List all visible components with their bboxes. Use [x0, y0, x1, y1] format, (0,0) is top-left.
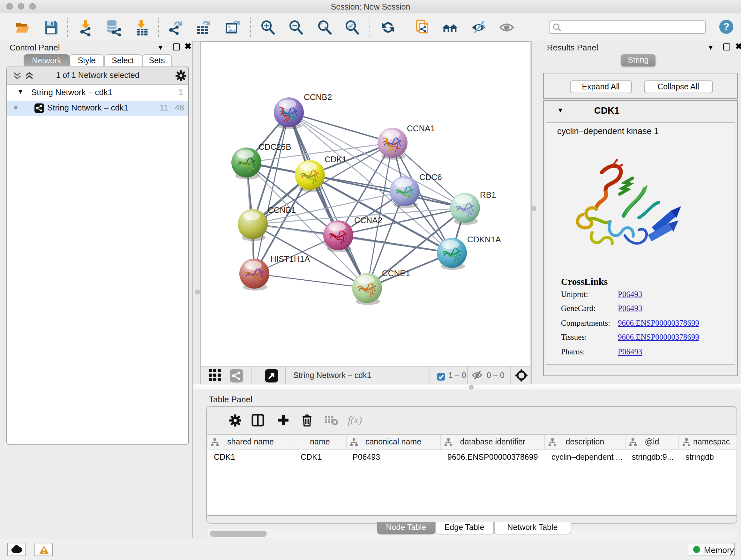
network-node-HIST1H1A[interactable]: HIST1H1A: [239, 254, 310, 291]
results-panel-close-icon[interactable]: ✖: [735, 42, 741, 51]
column-header-canonical-name[interactable]: canonical name: [346, 435, 441, 449]
protein-name: CDK1: [594, 105, 619, 115]
table-header-row[interactable]: shared namenamecanonical namedatabase id…: [207, 435, 737, 450]
tab-edge-table[interactable]: Edge Table: [435, 522, 494, 535]
delete-table-icon[interactable]: [323, 412, 340, 428]
collapse-protein-icon[interactable]: ▼: [557, 106, 563, 113]
search-input[interactable]: [549, 20, 706, 34]
crosslink-link[interactable]: P06493: [618, 304, 642, 314]
zoom-selected-icon[interactable]: [344, 19, 360, 36]
zoom-fit-icon[interactable]: [317, 19, 333, 36]
network-node-CDC6[interactable]: CDC6: [390, 172, 442, 208]
tab-sets[interactable]: Sets: [142, 54, 172, 66]
refresh-layout-icon[interactable]: [380, 19, 396, 36]
delete-column-icon[interactable]: [299, 412, 315, 428]
open-session-icon[interactable]: [14, 19, 30, 36]
column-header-namespac[interactable]: namespac: [679, 435, 737, 449]
horizontal-splitter[interactable]: [193, 384, 741, 389]
table-cell[interactable]: 9606.ENSP00000378699: [448, 453, 538, 462]
table-cell[interactable]: CDK1: [214, 453, 235, 462]
grid-view-icon[interactable]: [207, 367, 223, 384]
import-table-file-icon[interactable]: [134, 19, 151, 36]
column-header-shared-name[interactable]: shared name: [207, 435, 294, 449]
show-visual-properties-icon[interactable]: [498, 19, 515, 36]
hide-visual-properties-icon[interactable]: [470, 19, 487, 36]
table-cell[interactable]: CDK1: [300, 453, 322, 462]
table-settings-gear-icon[interactable]: [226, 412, 243, 428]
network-edge[interactable]: [289, 112, 465, 208]
memory-button[interactable]: Memory: [687, 543, 735, 556]
window-title: Session: New Session: [0, 3, 741, 11]
tree-expand-icon[interactable]: ▼: [17, 88, 23, 95]
protein-header[interactable]: ▼ CDK1: [544, 101, 737, 122]
crosslink-link[interactable]: P06493: [618, 347, 642, 357]
expand-all-button[interactable]: Expand All: [570, 80, 631, 93]
import-network-file-icon[interactable]: [77, 19, 94, 36]
show-columns-icon[interactable]: [250, 412, 266, 428]
tab-select[interactable]: Select: [104, 54, 142, 66]
cloud-icon: [11, 545, 22, 553]
network-label: String Network – cdk1: [47, 103, 128, 112]
network-edge[interactable]: [254, 112, 289, 273]
hidden-items-icon[interactable]: [472, 370, 482, 382]
clone-network-icon[interactable]: [414, 19, 431, 36]
gear-icon[interactable]: [176, 70, 186, 81]
network-node-CDKN1A[interactable]: CDKN1A: [437, 235, 501, 270]
add-column-icon[interactable]: [275, 412, 292, 428]
zoom-in-icon[interactable]: [260, 19, 276, 36]
cloud-button[interactable]: [7, 543, 25, 556]
help-button[interactable]: ?: [719, 20, 733, 34]
network-badge-icon[interactable]: [228, 367, 245, 384]
results-panel-float-icon[interactable]: ▼: [707, 44, 714, 51]
network-node-CDK1[interactable]: CDK1: [295, 154, 347, 192]
tab-style[interactable]: Style: [70, 54, 104, 66]
network-tree-row[interactable]: ● String Network – cdk1 11 48: [7, 101, 188, 116]
network-tree-root-row[interactable]: ▼ String Network – cdk1 1: [7, 85, 188, 101]
network-graph[interactable]: CCNB2CCNA1CDC25BCDK1CDC6RB1CCNB1CCNA2CDK…: [201, 42, 530, 366]
crosslinks-title: CrossLinks: [561, 276, 608, 287]
crosslink-link[interactable]: 9606.ENSP00000378699: [618, 333, 699, 342]
export-table-icon[interactable]: [195, 19, 212, 36]
home-networks-icon[interactable]: [442, 19, 458, 36]
collapse-all-button[interactable]: Collapse All: [644, 80, 713, 93]
column-header-@id[interactable]: @id: [625, 435, 679, 449]
zoom-out-icon[interactable]: [288, 19, 305, 36]
column-header-name[interactable]: name: [294, 435, 346, 449]
left-splitter-handle-icon[interactable]: [195, 290, 200, 294]
network-canvas[interactable]: CCNB2CCNA1CDC25BCDK1CDC6RB1CCNB1CCNA2CDK…: [200, 42, 530, 384]
tab-network[interactable]: Network: [23, 54, 70, 66]
right-splitter-handle-icon[interactable]: [532, 206, 536, 211]
export-network-icon[interactable]: [168, 19, 185, 36]
control-panel-close-icon[interactable]: ✖: [185, 42, 192, 51]
results-panel-maximize-icon[interactable]: [723, 44, 730, 51]
import-network-database-icon[interactable]: [105, 19, 121, 36]
network-edge[interactable]: [254, 273, 367, 288]
tab-node-table[interactable]: Node Table: [377, 522, 435, 535]
network-node-CCNB2[interactable]: CCNB2: [274, 92, 332, 129]
warning-button[interactable]: [35, 543, 53, 556]
table-cell[interactable]: stringdb: [685, 453, 714, 462]
crosslink-link[interactable]: P06493: [618, 290, 642, 299]
scrollbar-thumb[interactable]: [210, 530, 267, 537]
table-cell[interactable]: stringdb:9...: [632, 453, 674, 462]
tab-string[interactable]: String: [621, 54, 656, 66]
control-panel-float-icon[interactable]: ▼: [157, 44, 164, 51]
control-panel-maximize-icon[interactable]: [173, 44, 180, 51]
export-image-icon[interactable]: [225, 19, 241, 36]
network-status-dot: ●: [13, 103, 18, 112]
network-node-CCNA1[interactable]: CCNA1: [378, 124, 435, 160]
selected-nodes-checkbox[interactable]: [437, 372, 445, 383]
function-builder-icon[interactable]: f(x): [347, 412, 363, 428]
splitter-handle-icon[interactable]: [469, 385, 473, 389]
column-header-database-identifier[interactable]: database identifier: [441, 435, 545, 449]
network-edge[interactable]: [289, 112, 393, 143]
tab-network-table[interactable]: Network Table: [494, 522, 571, 535]
export-view-icon[interactable]: [263, 367, 280, 384]
column-header-description[interactable]: description: [545, 435, 625, 449]
crosslink-link[interactable]: 9606.ENSP00000378699: [618, 318, 699, 328]
birds-eye-view-icon[interactable]: [515, 369, 528, 384]
table-cell[interactable]: cyclin–dependent ...: [551, 453, 622, 462]
table-cell[interactable]: P06493: [353, 453, 380, 462]
network-node-RB1[interactable]: RB1: [450, 190, 496, 225]
save-session-icon[interactable]: [43, 19, 59, 36]
